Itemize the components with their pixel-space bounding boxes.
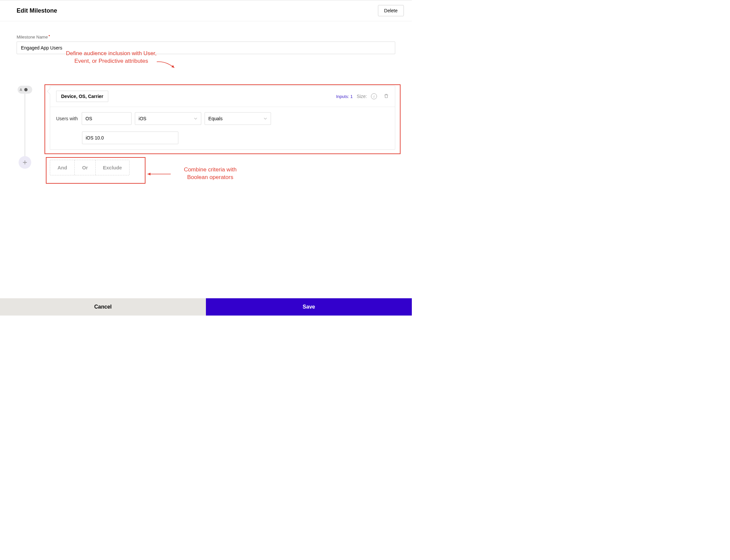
annotation-inclusion-text: Define audience inclusion with User, Eve… <box>55 50 168 65</box>
footer-bar: Cancel Save <box>0 298 412 316</box>
milestone-name-label: Milestone Name• <box>17 35 395 40</box>
info-icon[interactable]: i <box>371 93 377 99</box>
page-title: Edit Milestone <box>17 7 57 14</box>
group-dot-icon <box>24 88 28 91</box>
add-group-button[interactable] <box>19 156 31 169</box>
delete-button[interactable]: Delete <box>378 5 404 16</box>
plus-icon <box>22 160 28 165</box>
inputs-count-link[interactable]: Inputs: 1 <box>336 94 353 99</box>
annotation-combine: Combine criteria with Boolean operators <box>169 166 252 181</box>
criteria-size-label: Size: <box>357 94 367 99</box>
value-input-value: iOS 10.0 <box>86 135 104 140</box>
criteria-rail: A <box>17 86 33 169</box>
value-type-select[interactable]: iOS <box>135 112 201 125</box>
milestone-name-label-text: Milestone Name <box>17 35 48 40</box>
criteria-card-body: Users with OS iOS Equals <box>50 107 395 149</box>
group-letter: A <box>20 88 22 92</box>
criteria-builder: A Device, OS, Carrier Inputs: <box>17 86 395 175</box>
required-indicator: • <box>48 33 50 38</box>
criteria-card-header: Device, OS, Carrier Inputs: 1 Size: i <box>50 86 395 107</box>
edit-milestone-window: Edit Milestone Delete Milestone Name• De… <box>0 0 412 316</box>
chevron-down-icon <box>194 117 198 121</box>
criteria-body-label: Users with <box>56 116 78 121</box>
annotation-highlight-box <box>46 157 145 184</box>
value-input[interactable]: iOS 10.0 <box>82 132 178 144</box>
annotation-combine-text: Combine criteria with Boolean operators <box>169 166 252 181</box>
criteria-type-chip[interactable]: Device, OS, Carrier <box>56 91 108 102</box>
chevron-down-icon <box>263 117 267 121</box>
criteria-area: Device, OS, Carrier Inputs: 1 Size: i <box>38 86 395 175</box>
operator-select[interactable]: Equals <box>205 112 271 125</box>
value-type-select-value: iOS <box>138 116 146 121</box>
cancel-button[interactable]: Cancel <box>0 298 206 316</box>
save-button[interactable]: Save <box>206 298 412 316</box>
operator-select-value: Equals <box>208 116 223 121</box>
trash-icon <box>384 93 389 99</box>
field-select-value: OS <box>85 116 92 121</box>
delete-criteria-button[interactable] <box>384 93 389 100</box>
group-indicator[interactable]: A <box>18 86 32 94</box>
annotation-inclusion: Define audience inclusion with User, Eve… <box>55 50 168 65</box>
rail-line <box>25 94 25 157</box>
content-area: Milestone Name• Define audience inclusio… <box>0 21 412 175</box>
criteria-card: Device, OS, Carrier Inputs: 1 Size: i <box>50 86 395 150</box>
top-bar: Edit Milestone Delete <box>0 0 412 21</box>
field-select[interactable]: OS <box>82 112 132 125</box>
